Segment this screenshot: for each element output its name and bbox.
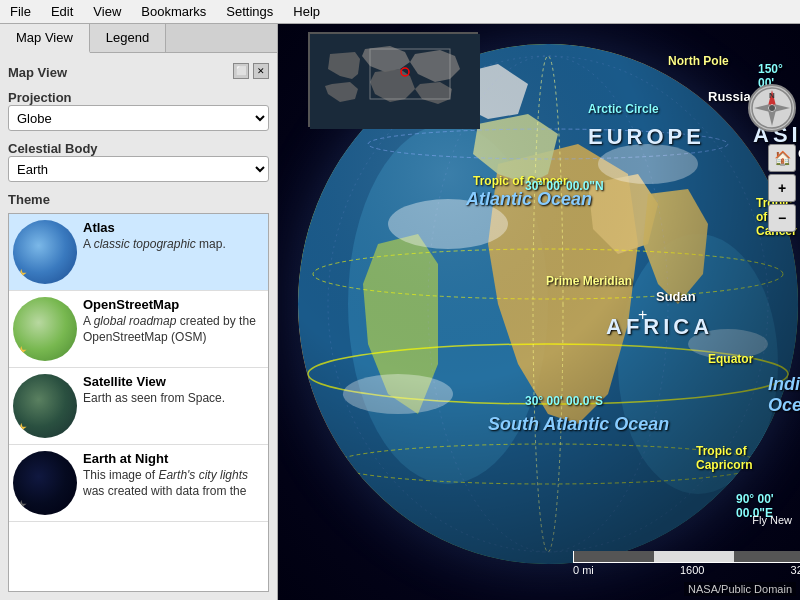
celestial-body-section: Celestial Body Earth (8, 137, 269, 182)
mapview-header: Map View ⬜ ✕ (8, 61, 269, 80)
main-area: Map View Legend Map View ⬜ ✕ Projection … (0, 24, 800, 600)
theme-list: ★ Atlas A classic topographic map. ★ Ope… (8, 213, 269, 592)
left-panel: Map View Legend Map View ⬜ ✕ Projection … (0, 24, 278, 600)
tab-legend[interactable]: Legend (90, 24, 166, 52)
scale-label-3200: 3200 (791, 564, 800, 576)
projection-select[interactable]: Globe (8, 105, 269, 131)
theme-atlas-desc: A classic topographic map. (83, 237, 264, 253)
compass-rose: N (748, 84, 796, 132)
theme-night-info: Earth at Night This image of Earth's cit… (83, 451, 264, 499)
tab-bar: Map View Legend (0, 24, 277, 53)
mapview-title: Map View (8, 65, 67, 80)
menu-bar: File Edit View Bookmarks Settings Help (0, 0, 800, 24)
theme-osm-thumb: ★ (13, 297, 77, 361)
theme-atlas-thumb: ★ (13, 220, 77, 284)
nav-controls: 🏠 + − (768, 144, 796, 232)
theme-label: Theme (8, 192, 269, 207)
night-star: ★ (15, 497, 28, 513)
menu-help[interactable]: Help (287, 2, 326, 21)
theme-satellite-name: Satellite View (83, 374, 264, 389)
projection-section: Projection Globe (8, 86, 269, 131)
theme-atlas-info: Atlas A classic topographic map. (83, 220, 264, 253)
zoom-out-button[interactable]: − (768, 204, 796, 232)
menu-edit[interactable]: Edit (45, 2, 79, 21)
mini-map (308, 32, 478, 127)
scale-bar: 0 mi 1600 3200 (573, 551, 800, 576)
map-area[interactable]: North Pole 150° 00' 00.0" Russia Arctic … (278, 24, 800, 600)
svg-point-35 (769, 105, 775, 111)
home-button[interactable]: 🏠 (768, 144, 796, 172)
mapview-icons: ⬜ ✕ (233, 63, 269, 79)
atlas-star: ★ (15, 266, 28, 282)
restore-icon[interactable]: ⬜ (233, 63, 249, 79)
scale-seg-2 (654, 551, 734, 562)
theme-osm[interactable]: ★ OpenStreetMap A global roadmap created… (9, 291, 268, 368)
theme-osm-info: OpenStreetMap A global roadmap created b… (83, 297, 264, 345)
osm-star: ★ (15, 343, 28, 359)
theme-atlas[interactable]: ★ Atlas A classic topographic map. (9, 214, 268, 291)
menu-view[interactable]: View (87, 2, 127, 21)
panel-content: Map View ⬜ ✕ Projection Globe Celestial … (0, 53, 277, 600)
theme-satellite[interactable]: ★ Satellite View Earth as seen from Spac… (9, 368, 268, 445)
theme-night-thumb: ★ (13, 451, 77, 515)
theme-night-desc: This image of Earth's city lights was cr… (83, 468, 264, 499)
scale-labels: 0 mi 1600 3200 (573, 564, 800, 576)
theme-osm-name: OpenStreetMap (83, 297, 264, 312)
attribution: NASA/Public Domain (684, 582, 796, 596)
theme-night[interactable]: ★ Earth at Night This image of Earth's c… (9, 445, 268, 522)
menu-bookmarks[interactable]: Bookmarks (135, 2, 212, 21)
projection-label: Projection (8, 90, 269, 105)
celestial-body-select[interactable]: Earth (8, 156, 269, 182)
fly-new-label: Fly New (752, 514, 792, 526)
theme-satellite-thumb: ★ (13, 374, 77, 438)
tab-map-view[interactable]: Map View (0, 24, 90, 53)
zoom-in-button[interactable]: + (768, 174, 796, 202)
satellite-star: ★ (15, 420, 28, 436)
theme-night-name: Earth at Night (83, 451, 264, 466)
scale-bar-line (573, 551, 800, 563)
theme-osm-desc: A global roadmap created by the OpenStre… (83, 314, 264, 345)
scale-label-0: 0 mi (573, 564, 594, 576)
menu-file[interactable]: File (4, 2, 37, 21)
svg-text:N: N (769, 91, 775, 100)
menu-settings[interactable]: Settings (220, 2, 279, 21)
scale-seg-3 (734, 551, 800, 562)
scale-label-1600: 1600 (680, 564, 704, 576)
theme-atlas-name: Atlas (83, 220, 264, 235)
theme-satellite-info: Satellite View Earth as seen from Space. (83, 374, 264, 407)
close-icon[interactable]: ✕ (253, 63, 269, 79)
theme-satellite-desc: Earth as seen from Space. (83, 391, 264, 407)
mini-map-svg (310, 34, 480, 129)
scale-seg-1 (574, 551, 654, 562)
celestial-body-label: Celestial Body (8, 141, 269, 156)
